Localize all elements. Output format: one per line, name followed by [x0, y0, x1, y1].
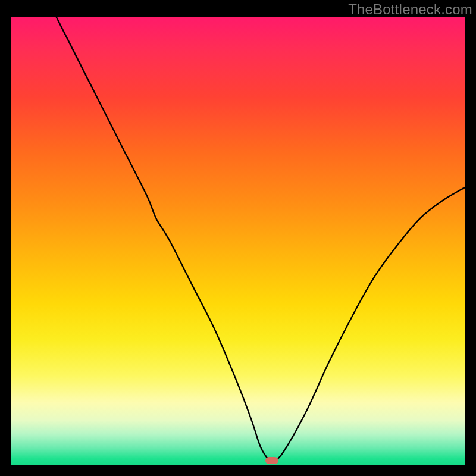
curve-path: [56, 17, 465, 462]
minimum-marker: [265, 457, 278, 464]
bottleneck-curve: [11, 17, 465, 465]
chart-frame: TheBottleneck.com: [0, 0, 476, 476]
plot-area: [11, 17, 465, 465]
watermark-text: TheBottleneck.com: [348, 1, 472, 18]
